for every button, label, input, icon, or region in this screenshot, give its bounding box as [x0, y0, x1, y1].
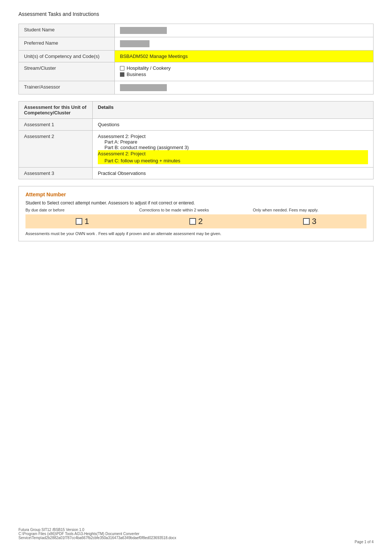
table-row-units: Unit(s) of Competency and Code(s) BSBADM…: [19, 51, 374, 62]
trainer-redacted: ████████████: [120, 84, 167, 91]
footer-line-3: Service\Temp\ad2b2882a01f787cc4ba667fb2c…: [18, 536, 374, 540]
attempt-footer: Assessments must be your OWN work . Fees…: [25, 231, 367, 236]
label-trainer: Trainer/Assessor: [19, 81, 115, 94]
attempt-col-3: Only when needed. Fees may apply.: [253, 208, 367, 212]
assessment-3-value: Practical Observations: [93, 168, 374, 179]
attempt-checkboxes: 1 2 3: [25, 214, 367, 228]
attempt-description: Student to Select correct attempt number…: [25, 200, 367, 206]
footer-line-2: C:\Program Files (x86)\PDF Tools AG\3-He…: [18, 532, 374, 536]
table-row-trainer: Trainer/Assessor ████████████: [19, 81, 374, 94]
preferred-name-redacted: ███████: [120, 40, 149, 47]
assessment-2-line-3: Part B: conduct meeting (assignment 3): [98, 145, 368, 150]
attempt-checkbox-3[interactable]: 3: [253, 217, 367, 226]
table-row-stream: Stream/Cluster Hospitality / Cookery Bus…: [19, 62, 374, 81]
checkbox-box-hospitality[interactable]: [120, 66, 124, 70]
value-stream: Hospitality / Cookery Business: [115, 62, 374, 81]
attempt-col-2: Corrections to be made within 2 weeks: [139, 208, 253, 212]
assessment-table: Assessment for this Unit of Competency/C…: [18, 101, 374, 179]
assessment-2-line-2: Part A: Prepare: [98, 139, 368, 145]
label-stream: Stream/Cluster: [19, 62, 115, 81]
assessment-header-col1: Assessment for this Unit of Competency/C…: [19, 101, 93, 119]
assessment-3-label: Assessment 3: [19, 168, 93, 179]
assessment-header-col2: Details: [93, 101, 374, 119]
attempt-title: Attempt Number: [25, 192, 367, 197]
attempt-col-1: By due date or before: [25, 208, 139, 212]
page-number: Page 1 of 4: [18, 540, 374, 544]
page-footer: Futura Group SIT12 /BSB15 Version 1.0 C:…: [18, 528, 374, 544]
value-trainer: ████████████: [115, 81, 374, 94]
assessment-2-value: Assessment 2: Project Part A: Prepare Pa…: [93, 131, 374, 168]
value-student-name: ████████████: [115, 24, 374, 37]
table-row-student-name: Student Name ████████████: [19, 24, 374, 37]
assessment-header-row: Assessment for this Unit of Competency/C…: [19, 101, 374, 119]
assessment-2-label: Assessment 2: [19, 131, 93, 168]
value-units: BSBADM502 Manage Meetings: [115, 51, 374, 62]
value-preferred-name: ███████: [115, 37, 374, 51]
label-units: Unit(s) of Competency and Code(s): [19, 51, 115, 62]
page-title: Assessment Tasks and Instructions: [18, 11, 374, 17]
assessment-1-label: Assessment 1: [19, 119, 93, 131]
assessment-2-line-4: Assessment 2: Project: [98, 150, 368, 157]
assessment-row-2: Assessment 2 Assessment 2: Project Part …: [19, 131, 374, 168]
assessment-1-value: Questions: [93, 119, 374, 131]
checkbox-3-box[interactable]: [303, 218, 310, 225]
label-preferred-name: Preferred Name: [19, 37, 115, 51]
info-table: Student Name ████████████ Preferred Name…: [18, 24, 374, 94]
student-name-redacted: ████████████: [120, 27, 167, 34]
table-row-preferred-name: Preferred Name ███████: [19, 37, 374, 51]
checkbox-label-hospitality: Hospitality / Cookery: [127, 65, 171, 71]
assessment-2-line-5: Part C: follow up meeting + minutes: [98, 157, 368, 164]
checkbox-business[interactable]: Business: [120, 72, 368, 77]
attempt-section: Attempt Number Student to Select correct…: [18, 186, 374, 241]
label-student-name: Student Name: [19, 24, 115, 37]
checkbox-2-label: 2: [198, 217, 203, 226]
footer-line-1: Futura Group SIT12 /BSB15 Version 1.0: [18, 528, 374, 532]
assessment-2-line-1: Assessment 2: Project: [98, 134, 368, 139]
checkbox-2-box[interactable]: [189, 218, 196, 225]
checkbox-label-business: Business: [127, 72, 146, 77]
assessment-row-3: Assessment 3 Practical Observations: [19, 168, 374, 179]
assessment-row-1: Assessment 1 Questions: [19, 119, 374, 131]
checkbox-3-label: 3: [312, 217, 316, 226]
checkbox-1-box[interactable]: [76, 218, 82, 225]
checkbox-box-business[interactable]: [120, 72, 124, 77]
checkbox-hospitality[interactable]: Hospitality / Cookery: [120, 65, 368, 71]
attempt-checkbox-2[interactable]: 2: [139, 217, 253, 226]
attempt-checkbox-1[interactable]: 1: [25, 217, 139, 226]
attempt-columns: By due date or before Corrections to be …: [25, 208, 367, 212]
checkbox-1-label: 1: [85, 217, 89, 226]
